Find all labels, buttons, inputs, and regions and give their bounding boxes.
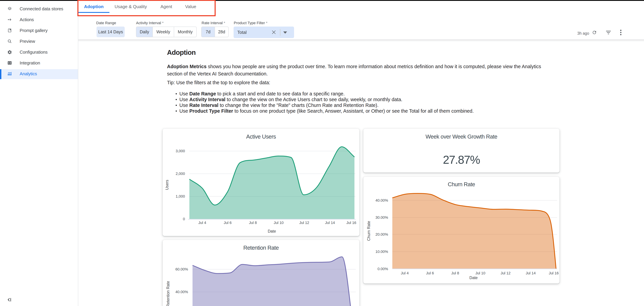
svg-text:Jul 4: Jul 4 — [198, 221, 206, 225]
svg-text:Jul 10: Jul 10 — [476, 271, 486, 275]
svg-text:10.00%: 10.00% — [376, 249, 388, 254]
svg-text:2,000: 2,000 — [176, 171, 185, 176]
svg-text:Date: Date — [268, 229, 276, 233]
svg-text:60.00%: 60.00% — [175, 267, 188, 271]
svg-text:0: 0 — [183, 217, 185, 221]
svg-text:Users: Users — [165, 180, 169, 190]
svg-text:Jul 16: Jul 16 — [346, 221, 356, 225]
svg-text:Jul 8: Jul 8 — [249, 221, 257, 225]
svg-text:1,000: 1,000 — [176, 194, 185, 198]
svg-text:Jul 14: Jul 14 — [526, 271, 536, 275]
svg-text:Jul 10: Jul 10 — [274, 221, 284, 225]
svg-text:3,000: 3,000 — [176, 149, 185, 153]
svg-text:40.00%: 40.00% — [175, 290, 188, 294]
svg-text:Jul 6: Jul 6 — [426, 271, 434, 275]
svg-text:40.00%: 40.00% — [376, 198, 388, 202]
svg-text:Jul 4: Jul 4 — [401, 271, 409, 275]
svg-text:Jul 6: Jul 6 — [224, 221, 232, 225]
svg-text:Retention Rate: Retention Rate — [166, 281, 170, 306]
svg-text:Jul 16: Jul 16 — [549, 271, 559, 275]
svg-text:Date: Date — [470, 276, 478, 280]
svg-text:0.00%: 0.00% — [378, 267, 388, 271]
svg-text:Jul 8: Jul 8 — [451, 271, 459, 275]
svg-text:Jul 14: Jul 14 — [325, 221, 335, 225]
svg-text:20.00%: 20.00% — [376, 232, 388, 236]
svg-text:Jul 12: Jul 12 — [299, 221, 309, 225]
svg-text:Churn Rate: Churn Rate — [366, 221, 371, 241]
svg-text:30.00%: 30.00% — [376, 215, 388, 219]
svg-text:Jul 12: Jul 12 — [501, 271, 511, 275]
